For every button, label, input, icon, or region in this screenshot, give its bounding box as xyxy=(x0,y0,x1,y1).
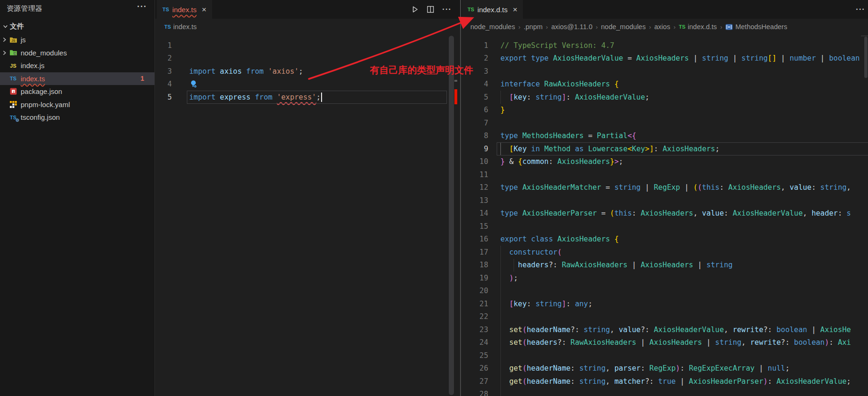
code-token: AxiosHeaderParser xyxy=(689,377,763,386)
code-token: | xyxy=(680,183,693,192)
code-line-4: 4 xyxy=(155,78,460,91)
folder-js-icon: JS xyxy=(8,36,18,44)
ts-dts-file-icon: TS xyxy=(468,7,474,12)
code-token: : xyxy=(632,209,641,217)
split-editor-button[interactable] xyxy=(427,6,434,13)
breadcrumb-separator: › xyxy=(649,23,651,31)
chevron-right-icon xyxy=(0,50,8,55)
code-token xyxy=(518,209,522,217)
line-number: 16 xyxy=(461,235,488,243)
code-token: string xyxy=(615,183,641,192)
tab-index-ts[interactable]: TS index.ts × xyxy=(157,0,212,19)
breadcrumb-item-axios-1-11-0[interactable]: axios@1.11.0 xyxy=(551,23,592,31)
code-token: } xyxy=(610,157,614,166)
code-line-5: 5import express from 'express'; xyxy=(155,91,460,104)
code-token: AxiosHeaderParser xyxy=(522,209,597,217)
sidebar-item-pnpm-lock.yaml[interactable]: pnpm-lock.yaml xyxy=(0,98,154,111)
code-token: ?: xyxy=(557,338,570,347)
breadcrumb-item-methodsheaders[interactable]: MethodsHeaders xyxy=(725,23,787,31)
code-token: AxiosHeaderValue xyxy=(553,54,623,62)
breadcrumb-item-file[interactable]: TS index.ts xyxy=(164,23,197,31)
breadcrumb-item--pnpm[interactable]: .pnpm xyxy=(523,23,542,31)
code-token: : xyxy=(654,145,663,153)
more-actions-icon[interactable]: ··· xyxy=(856,5,865,14)
code-line-21: 21 [key: string]: any; xyxy=(461,297,868,311)
code-token xyxy=(500,364,509,373)
code-token: RawAxiosHeaders xyxy=(570,338,636,347)
file-tree: JSjsJSnode_modulesJSindex.jsTSindex.ts1p… xyxy=(0,33,154,124)
tab-index-d-ts[interactable]: TS index.d.ts × xyxy=(462,0,523,19)
explorer-sidebar: 资源管理器 ··· 文件 JSjsJSnode_modulesJSindex.j… xyxy=(0,0,155,396)
breadcrumb-label: node_modules xyxy=(470,23,515,31)
breadcrumb-item-index-d-ts[interactable]: TSindex.d.ts xyxy=(679,23,717,31)
code-line-5: 5 [key: string]: AxiosHeaderValue; xyxy=(461,91,868,104)
line-content: set(headerName?: string, value?: AxiosHe… xyxy=(500,326,851,334)
code-token: : xyxy=(829,338,838,347)
code-token xyxy=(500,93,509,101)
code-token: string xyxy=(584,326,610,334)
code-editor-index-d-ts[interactable]: 1// TypeScript Version: 4.72export type … xyxy=(461,35,868,396)
code-token: rewrite xyxy=(733,326,763,334)
code-token: get xyxy=(509,377,522,386)
sidebar-item-index.js[interactable]: JSindex.js xyxy=(0,59,154,72)
sidebar-item-index.ts[interactable]: TSindex.ts1 xyxy=(0,72,154,85)
code-token: import xyxy=(189,93,215,101)
code-token: , xyxy=(606,364,615,373)
code-token: : xyxy=(724,209,733,217)
scrollbar-thumb[interactable] xyxy=(449,36,454,395)
code-token: >] xyxy=(645,145,654,153)
code-line-18: 18 headers?: RawAxiosHeaders | AxiosHead… xyxy=(461,259,868,272)
ts-green-icon: TS xyxy=(679,24,685,30)
code-token: | xyxy=(641,183,654,192)
code-token: Key xyxy=(632,145,645,153)
code-token: string xyxy=(536,93,562,101)
line-number: 28 xyxy=(461,390,488,396)
breadcrumb-item-node-modules[interactable]: node_modules xyxy=(470,23,515,31)
code-token: get xyxy=(509,364,522,373)
line-number: 1 xyxy=(155,41,172,50)
lightbulb-quickfix-icon[interactable] xyxy=(189,80,198,88)
line-number: 22 xyxy=(461,312,488,321)
sidebar-item-package.json[interactable]: package.json xyxy=(0,85,154,98)
code-token: ] xyxy=(562,300,566,308)
breadcrumb-item-node-modules[interactable]: node_modules xyxy=(601,23,645,31)
sidebar-item-tsconfig.json[interactable]: TS⚙tsconfig.json xyxy=(0,111,154,124)
sidebar-item-js[interactable]: JSjs xyxy=(0,33,154,47)
line-number: 14 xyxy=(461,209,488,217)
line-number: 17 xyxy=(461,248,488,256)
code-token: AxiosHeaderValue xyxy=(776,377,846,386)
explorer-section-files[interactable]: 文件 xyxy=(0,20,154,33)
code-token: : xyxy=(768,377,776,386)
code-token xyxy=(518,132,522,140)
code-token: ( xyxy=(522,338,527,347)
code-token xyxy=(272,93,277,101)
code-token: string xyxy=(820,183,846,192)
code-token: } xyxy=(500,157,505,166)
code-token: headerName xyxy=(527,364,570,373)
code-line-14: 14type AxiosHeaderParser = (this: AxiosH… xyxy=(461,207,868,220)
line-content: type AxiosHeaderParser = (this: AxiosHea… xyxy=(500,209,851,217)
ts-file-icon: TS xyxy=(164,24,171,30)
code-token: , xyxy=(781,183,790,192)
code-token: value xyxy=(790,183,812,192)
code-token: ?: xyxy=(549,261,562,269)
code-token: | xyxy=(636,338,649,347)
code-token xyxy=(527,54,531,62)
code-token: RegExp xyxy=(649,364,676,373)
run-button[interactable] xyxy=(411,6,419,13)
editor-group-left: TS index.ts × ··· TS index.ts 123import … xyxy=(155,0,460,396)
sidebar-item-node_modules[interactable]: JSnode_modules xyxy=(0,47,154,60)
breadcrumb-item-axios[interactable]: axios xyxy=(654,23,670,31)
close-icon[interactable]: × xyxy=(202,6,207,14)
line-content: } & {common: AxiosHeaders}>; xyxy=(500,157,623,166)
line-number: 27 xyxy=(461,377,488,386)
code-token: ( xyxy=(693,183,698,192)
line-content: type AxiosHeaderMatcher = string | RegEx… xyxy=(500,183,851,192)
scrollbar-thumb[interactable] xyxy=(864,37,868,78)
code-token: , xyxy=(741,338,750,347)
close-icon[interactable]: × xyxy=(513,6,517,14)
code-token: { xyxy=(615,80,619,88)
explorer-more-actions-icon[interactable]: ··· xyxy=(137,2,147,12)
line-number: 20 xyxy=(461,287,488,295)
more-actions-icon[interactable]: ··· xyxy=(442,5,452,14)
